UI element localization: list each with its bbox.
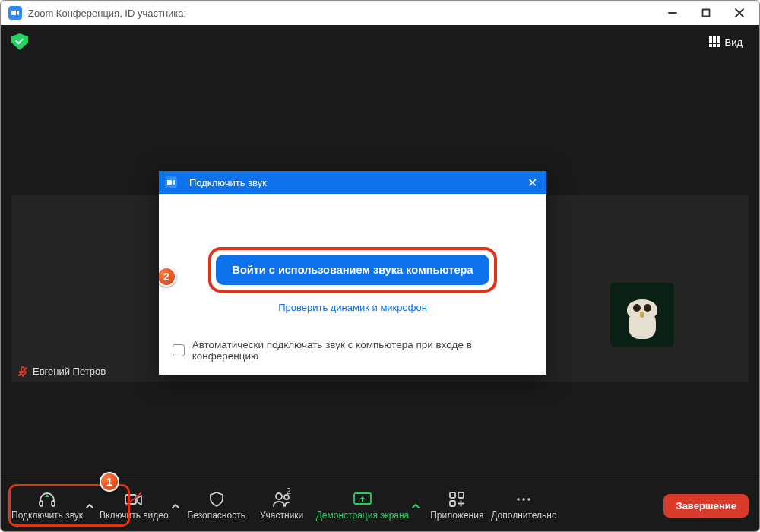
test-speaker-mic-link[interactable]: Проверить динамик и микрофон [182, 302, 524, 313]
titlebar: Zoom Конференция, ID участника: [1, 1, 759, 25]
participant-tile-other [610, 283, 674, 347]
participants-label: Участники [260, 510, 303, 521]
dialog-titlebar: Подключить звук ✕ [159, 171, 546, 194]
join-audio-group: Подключить звук [11, 485, 97, 527]
meeting-stage: Вид Евгений Петров [1, 25, 759, 531]
mic-muted-icon [17, 366, 28, 377]
stage-topbar: Вид [1, 25, 759, 59]
avatar-image [624, 296, 660, 342]
svg-rect-6 [40, 501, 43, 506]
annotation-badge-1: 1 [100, 472, 119, 492]
apps-button[interactable]: Приложения [426, 485, 488, 527]
apps-icon [447, 491, 467, 508]
join-audio-button[interactable]: Подключить звук [11, 485, 83, 527]
view-label: Вид [724, 36, 743, 48]
encryption-shield-icon[interactable] [11, 33, 28, 50]
share-screen-group: Демонстрация экрана [316, 485, 423, 527]
auto-join-audio-checkbox[interactable] [173, 344, 185, 356]
auto-join-audio-label: Автоматически подключать звук с компьюте… [192, 339, 533, 362]
window-controls [656, 1, 756, 25]
svg-rect-8 [125, 495, 136, 504]
share-screen-menu[interactable] [409, 485, 423, 527]
svg-rect-13 [450, 492, 455, 498]
apps-label: Приложения [430, 510, 483, 521]
svg-point-18 [528, 498, 531, 501]
participants-button[interactable]: 2 Участники [251, 485, 313, 527]
headphones-icon [37, 491, 57, 508]
participants-count: 2 [287, 486, 291, 496]
share-screen-label: Демонстрация экрана [316, 510, 410, 521]
window-title: Zoom Конференция, ID участника: [28, 8, 656, 19]
participant-name-row: Евгений Петров [17, 366, 106, 377]
svg-point-16 [518, 498, 521, 501]
app-window: Zoom Конференция, ID участника: Вид [0, 0, 760, 532]
svg-rect-1 [703, 10, 710, 17]
more-button[interactable]: Дополнительно [491, 485, 556, 527]
end-meeting-button[interactable]: Завершение [663, 494, 749, 518]
dialog-title: Подключить звук [189, 177, 267, 188]
annotation-badge-2: 2 [159, 267, 176, 287]
svg-point-11 [284, 495, 289, 499]
join-computer-audio-button[interactable]: Войти с использованием звука компьютера [216, 255, 490, 285]
security-label: Безопасность [187, 510, 245, 521]
svg-rect-14 [458, 492, 464, 498]
minimize-button[interactable] [656, 1, 689, 25]
zoom-logo-icon [8, 6, 22, 20]
dialog-body: Войти с использованием звука компьютера … [159, 194, 546, 328]
svg-rect-7 [52, 501, 55, 506]
maximize-button[interactable] [689, 1, 723, 25]
close-button[interactable] [723, 1, 756, 25]
dialog-close-button[interactable]: ✕ [524, 176, 540, 190]
grid-icon [709, 36, 720, 47]
join-audio-dialog: Подключить звук ✕ Войти с использованием… [159, 171, 546, 375]
svg-rect-15 [450, 501, 455, 506]
more-label: Дополнительно [491, 510, 556, 521]
dialog-footer: Автоматически подключать звук с компьюте… [159, 328, 546, 375]
security-button[interactable]: Безопасность [185, 485, 248, 527]
participant-name: Евгений Петров [33, 366, 106, 377]
svg-point-17 [523, 498, 526, 501]
shield-icon [207, 491, 226, 508]
start-video-label: Включить видео [100, 510, 169, 521]
start-video-menu[interactable] [169, 485, 182, 527]
video-off-icon [124, 491, 144, 508]
join-audio-menu[interactable] [83, 485, 97, 527]
svg-point-10 [276, 493, 282, 499]
join-audio-label: Подключить звук [11, 510, 83, 521]
share-screen-icon [353, 491, 372, 508]
zoom-logo-icon [165, 176, 177, 188]
view-button[interactable]: Вид [703, 33, 749, 51]
share-screen-button[interactable]: Демонстрация экрана [316, 485, 410, 527]
more-icon [514, 491, 534, 508]
annotation-highlight-2: Войти с использованием звука компьютера [208, 247, 498, 293]
